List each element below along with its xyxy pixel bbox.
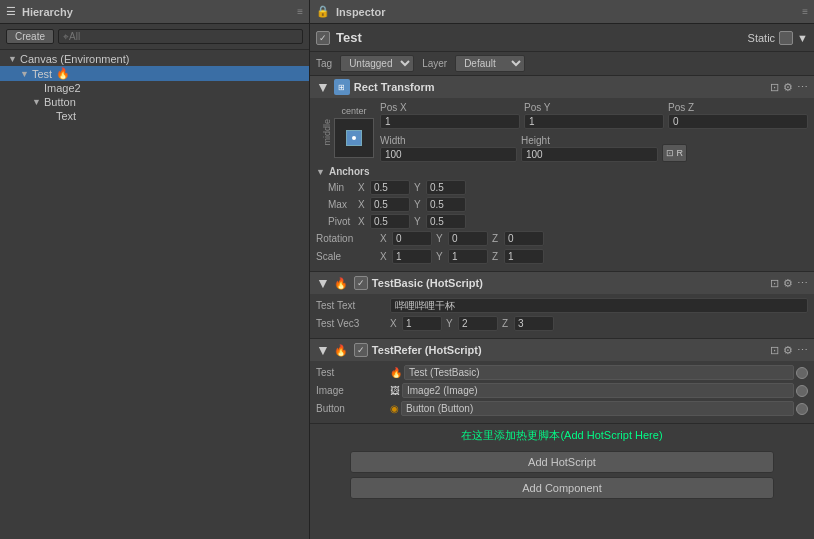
pivot-x-input[interactable] <box>370 214 410 229</box>
refer-button-input[interactable] <box>401 401 794 416</box>
layer-dropdown[interactable]: Default <box>455 55 525 72</box>
testbasic-tool3[interactable]: ⋯ <box>797 277 808 290</box>
pivot-y-item: Y <box>414 214 466 229</box>
testbasic-enable-checkbox[interactable]: ✓ <box>354 276 368 290</box>
object-name: Test <box>336 30 362 45</box>
static-dropdown-arrow[interactable]: ▼ <box>797 32 808 44</box>
object-enable-checkbox[interactable]: ✓ <box>316 31 330 45</box>
pivot-y-input[interactable] <box>426 214 466 229</box>
test-fire-icon: 🔥 <box>56 67 70 80</box>
scale-y-input[interactable] <box>448 249 488 264</box>
anchor-max-label: Max <box>328 199 358 210</box>
anchor-min-x-letter: X <box>358 182 368 193</box>
testrefer-tool2[interactable]: ⚙ <box>783 344 793 357</box>
testrefer-tool1[interactable]: ⊡ <box>770 344 779 357</box>
anchor-max-y-input[interactable] <box>426 197 466 212</box>
testbasic-tool2[interactable]: ⚙ <box>783 277 793 290</box>
hierarchy-title: Hierarchy <box>22 6 73 18</box>
rt-pos-fields: Pos X Pos Y Pos Z <box>380 102 808 129</box>
pos-z-label: Pos Z <box>668 102 808 113</box>
inspector-scroll[interactable]: ▼ ⊞ Rect Transform ⊡ ⚙ ⋯ middle <box>310 76 814 539</box>
tag-dropdown[interactable]: Untagged <box>340 55 414 72</box>
testrefer-expand-arrow: ▼ <box>316 342 330 358</box>
testrefer-tool3[interactable]: ⋯ <box>797 344 808 357</box>
refer-test-input[interactable] <box>404 365 794 380</box>
rect-transform-header[interactable]: ▼ ⊞ Rect Transform ⊡ ⚙ ⋯ <box>310 76 814 98</box>
pos-z-input[interactable] <box>668 114 808 129</box>
layer-label: Layer <box>422 58 447 69</box>
anchor-max-x-input[interactable] <box>370 197 410 212</box>
refer-image-field: 🖼 <box>390 383 808 398</box>
text-arrow: ▶ <box>44 111 56 121</box>
static-label: Static <box>748 32 776 44</box>
vec3-z-input[interactable] <box>514 316 554 331</box>
rt-tool2[interactable]: ⚙ <box>783 81 793 94</box>
scale-x-input[interactable] <box>392 249 432 264</box>
scale-z-item: Z <box>492 249 544 264</box>
hierarchy-item-text[interactable]: ▶ Text <box>0 109 309 123</box>
rot-z-input[interactable] <box>504 231 544 246</box>
height-label: Height <box>521 135 658 146</box>
testrefer-header[interactable]: ▼ 🔥 ✓ TestRefer (HotScript) ⊡ ⚙ ⋯ <box>310 339 814 361</box>
test-text-input[interactable] <box>390 298 808 313</box>
refer-button-label: Button <box>316 403 386 414</box>
refer-test-dot[interactable] <box>796 367 808 379</box>
vec3-x-item: X <box>390 316 442 331</box>
static-checkbox[interactable] <box>779 31 793 45</box>
anchor-min-x-input[interactable] <box>370 180 410 195</box>
hierarchy-item-image2[interactable]: ▶ Image2 <box>0 81 309 95</box>
hierarchy-search[interactable] <box>58 29 303 44</box>
refer-image-icon: 🖼 <box>390 385 400 396</box>
testbasic-header[interactable]: ▼ 🔥 ✓ TestBasic (HotScript) ⊡ ⚙ ⋯ <box>310 272 814 294</box>
rotation-row: Rotation X Y Z <box>316 231 808 246</box>
rt-tool1[interactable]: ⊡ <box>770 81 779 94</box>
scale-x-item: X <box>380 249 432 264</box>
add-hotscript-hint[interactable]: 在这里添加热更脚本(Add HotScript Here) <box>310 424 814 447</box>
height-input[interactable] <box>521 147 658 162</box>
pos-x-label: Pos X <box>380 102 520 113</box>
tag-layer-row: Tag Untagged Layer Default <box>310 52 814 76</box>
rt-tool3[interactable]: ⋯ <box>797 81 808 94</box>
pos-x-input[interactable] <box>380 114 520 129</box>
refer-image-row: Image 🖼 <box>316 383 808 398</box>
button-label: Button <box>44 96 76 108</box>
pivot-y-letter: Y <box>414 216 424 227</box>
pos-y-input[interactable] <box>524 114 664 129</box>
refer-image-input[interactable] <box>402 383 794 398</box>
hierarchy-item-test[interactable]: ▼ Test 🔥 <box>0 66 309 81</box>
create-button[interactable]: Create <box>6 29 54 44</box>
rot-y-input[interactable] <box>448 231 488 246</box>
rot-x-input[interactable] <box>392 231 432 246</box>
test-text-row: Test Text <box>316 298 808 313</box>
scale-z-input[interactable] <box>504 249 544 264</box>
anchors-collapse-arrow: ▼ <box>316 167 325 177</box>
testbasic-expand-arrow: ▼ <box>316 275 330 291</box>
width-input[interactable] <box>380 147 517 162</box>
testrefer-enable-checkbox[interactable]: ✓ <box>354 343 368 357</box>
testbasic-tool1[interactable]: ⊡ <box>770 277 779 290</box>
test-arrow: ▼ <box>20 69 32 79</box>
pivot-x-letter: X <box>358 216 368 227</box>
image2-label: Image2 <box>44 82 81 94</box>
scale-y-item: Y <box>436 249 488 264</box>
rt-blueprint-btn[interactable]: ⊡ R <box>662 144 687 162</box>
rt-size-row: Width Height ⊡ R <box>380 135 808 162</box>
anchor-min-x-item: X <box>358 180 410 195</box>
anchor-min-y-input[interactable] <box>426 180 466 195</box>
hierarchy-menu-icon[interactable]: ≡ <box>297 6 303 17</box>
anchors-header[interactable]: ▼ Anchors <box>316 166 808 177</box>
refer-button-dot[interactable] <box>796 403 808 415</box>
inspector-menu-icon[interactable]: ≡ <box>802 6 808 17</box>
vec3-x-input[interactable] <box>402 316 442 331</box>
add-hotscript-button[interactable]: Add HotScript <box>350 451 774 473</box>
refer-image-dot[interactable] <box>796 385 808 397</box>
rect-transform-name: Rect Transform <box>354 81 766 93</box>
rt-middle-label: middle <box>316 119 332 146</box>
rot-z-letter: Z <box>492 233 502 244</box>
hierarchy-item-canvas[interactable]: ▼ Canvas (Environment) <box>0 52 309 66</box>
hierarchy-header: ☰ Hierarchy ≡ <box>0 0 309 24</box>
vec3-y-input[interactable] <box>458 316 498 331</box>
add-component-button[interactable]: Add Component <box>350 477 774 499</box>
rt-anchor-visual[interactable] <box>334 118 374 158</box>
hierarchy-item-button[interactable]: ▼ Button <box>0 95 309 109</box>
